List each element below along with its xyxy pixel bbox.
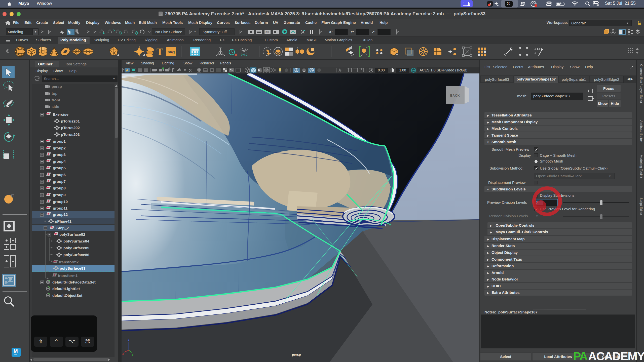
svg-text:persp: persp: [292, 353, 301, 356]
svg-text:group6: group6: [53, 173, 66, 177]
svg-text:group9: group9: [53, 193, 66, 197]
svg-text:group3: group3: [53, 152, 66, 157]
svg-text:front: front: [52, 98, 60, 102]
svg-text:T: T: [157, 46, 163, 57]
svg-text:group11: group11: [53, 206, 67, 210]
svg-text:group12: group12: [53, 212, 68, 217]
svg-text:persp: persp: [52, 84, 62, 89]
svg-text:svg: svg: [167, 50, 175, 54]
svg-text:polySurface82: polySurface82: [59, 232, 85, 236]
svg-text:Step_2: Step_2: [56, 226, 69, 230]
svg-text:ACES 1.0 SDR-video (sRGB): ACES 1.0 SDR-video (sRGB): [420, 68, 467, 72]
svg-text:defaultLightSet: defaultLightSet: [52, 287, 80, 291]
svg-text:group2: group2: [53, 146, 66, 150]
svg-text:0.00: 0.00: [378, 68, 385, 72]
svg-text:z: z: [128, 338, 129, 341]
svg-text:Exercise: Exercise: [53, 112, 68, 116]
svg-text:y: y: [132, 352, 133, 356]
svg-text:group10: group10: [53, 199, 68, 204]
svg-text:group5: group5: [53, 166, 66, 170]
svg-text:x: x: [122, 352, 124, 355]
svg-text:3: 3: [488, 4, 490, 7]
svg-text:transform2: transform2: [59, 260, 79, 264]
svg-text:pTorus201: pTorus201: [61, 119, 80, 123]
svg-text:group7: group7: [53, 179, 66, 184]
svg-text:pPlane41: pPlane41: [55, 219, 71, 223]
svg-text:group4: group4: [53, 159, 66, 164]
svg-text:BACK: BACK: [450, 94, 460, 97]
svg-text:1.00: 1.00: [399, 68, 406, 72]
svg-text:polySurface86: polySurface86: [63, 253, 89, 257]
svg-text:polySurface83: polySurface83: [60, 266, 86, 270]
svg-text:polySurface85: polySurface85: [63, 246, 89, 250]
svg-text:transform1: transform1: [58, 273, 78, 278]
svg-text:IPR: IPR: [266, 31, 269, 33]
svg-text:group1: group1: [53, 139, 66, 143]
svg-text:defaultObjectSet: defaultObjectSet: [52, 293, 82, 298]
svg-text:0,0,0: 0,0,0: [241, 53, 247, 56]
svg-text:A: A: [126, 68, 128, 72]
svg-text:ON: ON: [412, 69, 415, 72]
svg-text:pTorus202: pTorus202: [61, 126, 80, 130]
svg-text:group8: group8: [53, 186, 66, 190]
svg-text:pTorus203: pTorus203: [61, 132, 80, 137]
svg-text:side: side: [52, 104, 59, 109]
svg-text:polySurface84: polySurface84: [63, 239, 89, 243]
svg-text:defaultHideFaceDataSet: defaultHideFaceDataSet: [52, 280, 96, 284]
svg-text:top: top: [52, 91, 57, 96]
